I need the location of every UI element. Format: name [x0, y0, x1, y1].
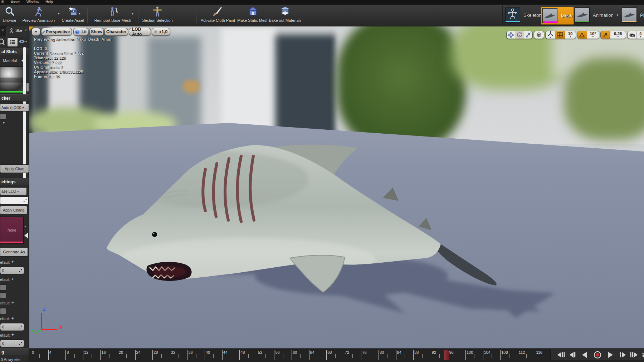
- viewport-options-button[interactable]: ▾: [31, 28, 40, 36]
- base-lod-dropdown[interactable]: ase LOD ▾: [0, 187, 27, 195]
- tab-mesh[interactable]: Mesh: [541, 7, 574, 25]
- swatch-caret-icon[interactable]: ▾: [24, 224, 26, 228]
- world-local-cube-icon[interactable]: [534, 31, 544, 39]
- snap-axes-icon[interactable]: ▾: [546, 31, 555, 39]
- step-forward-icon: [620, 352, 626, 358]
- animation-dropdown-icon[interactable]: ▾: [617, 13, 619, 17]
- property-checkbox[interactable]: [0, 284, 6, 291]
- create-asset-dropdown-icon[interactable]: ▾: [79, 12, 80, 15]
- panel-scrollbar-grip[interactable]: [26, 83, 29, 91]
- preview-viewport[interactable]: ▾ Perspective Lit Show Character LOD Aut…: [29, 26, 644, 348]
- preview-animation-label: Preview Animation: [23, 18, 55, 23]
- timeline-tick: [57, 354, 57, 358]
- create-asset-button[interactable]: Create Asset: [62, 5, 84, 25]
- animation-timeline: 0481216202428323640444852566064687276808…: [29, 348, 644, 362]
- apply-changes-button[interactable]: Apply Chan: [0, 164, 29, 173]
- panel-expand-arrow-icon[interactable]: [24, 232, 28, 239]
- loop-toggle-button[interactable]: [640, 350, 644, 359]
- property-checkbox[interactable]: [0, 292, 6, 298]
- lod-auto-button[interactable]: LOD Auto: [129, 28, 151, 36]
- add-element-icon[interactable]: +: [11, 276, 14, 282]
- reimport-base-mesh-button[interactable]: Reimport Base Mesh: [91, 5, 135, 25]
- angle-snap-value[interactable]: 10° ▾: [587, 31, 599, 39]
- translate-tool-icon[interactable]: [507, 31, 515, 39]
- apply-changes-button-2[interactable]: Apply Chang: [0, 206, 27, 214]
- magnifier-icon: [4, 5, 15, 18]
- menu-window[interactable]: Window: [26, 0, 39, 4]
- add-element-icon[interactable]: +: [11, 316, 14, 321]
- play-reverse-button[interactable]: [580, 350, 590, 359]
- expander-caret-icon[interactable]: ▾: [3, 121, 5, 125]
- partial-tab-close-icon[interactable]: ✕: [1, 28, 4, 32]
- camera-speed-icon[interactable]: [628, 31, 636, 39]
- search-icon[interactable]: [0, 38, 5, 46]
- perspective-button[interactable]: Perspective: [41, 28, 72, 36]
- to-front-button[interactable]: [556, 350, 566, 359]
- browse-label: Browse: [3, 18, 16, 23]
- tab-animation[interactable]: Animation ▾: [575, 8, 618, 23]
- camera-speed-value[interactable]: 4 ▾: [636, 31, 644, 39]
- eye-icon[interactable]: [19, 39, 25, 44]
- eye-dropdown-icon[interactable]: ▾: [25, 40, 27, 43]
- axis-y-label: Y: [31, 328, 34, 333]
- add-element-icon[interactable]: +: [11, 259, 14, 264]
- menu-help[interactable]: Help: [45, 0, 53, 4]
- angle-snap-toggle-icon[interactable]: [577, 31, 587, 39]
- tab-physics[interactable]: Ph: [622, 8, 644, 23]
- preview-animation-button[interactable]: Preview Animation: [21, 5, 57, 25]
- bake-out-materials-button[interactable]: Bake out Materials: [269, 5, 301, 25]
- timeline-frame-label: 112: [519, 350, 525, 354]
- timeline-playhead[interactable]: [444, 350, 449, 360]
- activate-cloth-paint-button[interactable]: Activate Cloth Paint: [200, 5, 236, 25]
- perspective-label: Perspective: [46, 29, 70, 34]
- tab-close-icon[interactable]: ✕: [24, 29, 27, 32]
- reimport-dropdown-icon[interactable]: ▾: [132, 12, 133, 15]
- grid-snap-value[interactable]: 10 ▾: [565, 31, 576, 39]
- timeline-tick: [439, 354, 440, 358]
- step-backward-button[interactable]: [567, 350, 577, 359]
- lod-picker-dropdown[interactable]: Auto (LOD0 ▾: [0, 104, 29, 111]
- grid-snap-toggle-icon[interactable]: [555, 31, 565, 39]
- menu-asset[interactable]: Asset: [11, 0, 20, 4]
- record-button[interactable]: [592, 350, 602, 359]
- timeline-tick: [92, 354, 92, 358]
- numeric-field[interactable]: 0: [0, 323, 24, 331]
- make-static-mesh-button[interactable]: Make Static Mesh: [238, 5, 268, 25]
- property-checkbox[interactable]: [0, 308, 6, 314]
- tab-skeleton[interactable]: Skeleton: [505, 8, 542, 23]
- material-thumbnail[interactable]: [0, 66, 24, 93]
- panel-scrollbar[interactable]: [23, 47, 26, 179]
- add-element-icon[interactable]: +: [11, 300, 14, 305]
- timeline-frame-label: 72: [345, 350, 349, 354]
- show-menu-button[interactable]: Show: [89, 28, 104, 36]
- add-element-icon[interactable]: +: [11, 332, 14, 337]
- play-button[interactable]: [605, 350, 615, 359]
- list-view-button[interactable]: [7, 38, 18, 47]
- character-menu-button[interactable]: Character: [104, 28, 128, 36]
- numeric-field[interactable]: 0: [0, 267, 24, 274]
- property-row-label: efault: [0, 301, 10, 305]
- numeric-field[interactable]: 0: [0, 339, 24, 347]
- to-end-button[interactable]: [629, 350, 639, 359]
- shark-second-dorsal-fin: [383, 187, 399, 201]
- playback-speed-button[interactable]: x1,0: [152, 28, 170, 36]
- preview-animation-dropdown-icon[interactable]: ▾: [58, 12, 60, 15]
- to-front-icon: [557, 352, 565, 358]
- angle-snap-group: 10° ▾: [577, 31, 599, 39]
- generate-asset-button[interactable]: Generate As: [0, 247, 28, 257]
- menu-edit[interactable]: dit: [1, 0, 5, 4]
- lod-settings-field[interactable]: [0, 197, 29, 204]
- step-forward-button[interactable]: [618, 350, 628, 359]
- lit-mode-button[interactable]: Lit: [73, 28, 88, 36]
- scale-snap-toggle-icon[interactable]: [601, 31, 610, 39]
- browse-button[interactable]: Browse: [0, 5, 19, 25]
- lod-picker-checkbox[interactable]: [0, 114, 6, 120]
- scale-tool-icon[interactable]: [524, 31, 532, 39]
- shark-mesh-preview[interactable]: [29, 26, 644, 348]
- material-none-swatch[interactable]: None: [0, 217, 24, 244]
- rotate-tool-icon[interactable]: [515, 31, 524, 39]
- timeline-frame-label: 104: [484, 350, 491, 354]
- section-selection-button[interactable]: Section Selection: [141, 5, 174, 25]
- scale-snap-value[interactable]: 0,25 ▾: [610, 31, 626, 39]
- timeline-ruler[interactable]: 0481216202428323640444852566064687276808…: [29, 349, 551, 360]
